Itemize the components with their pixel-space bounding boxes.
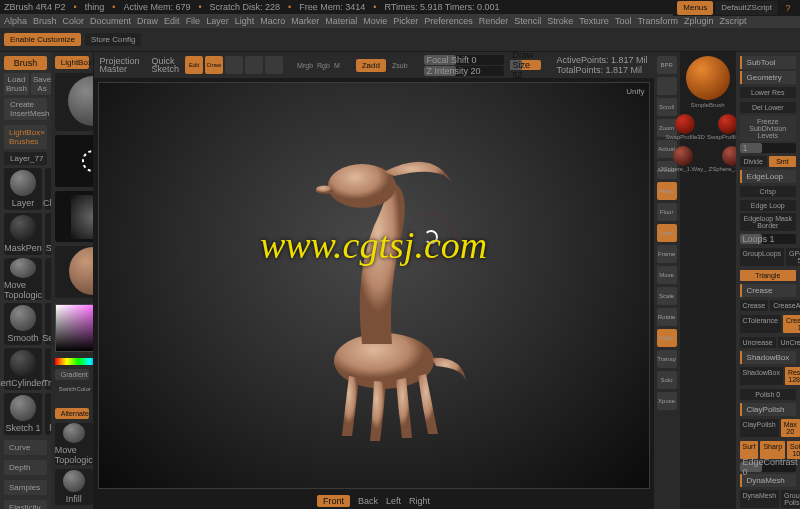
mrgb-button[interactable]: Mrgb [297,62,313,69]
del-lower-button[interactable]: Del Lower [740,102,796,113]
menu-material[interactable]: Material [325,16,357,26]
unify-button[interactable]: Unify [626,87,644,96]
menu-macro[interactable]: Macro [260,16,285,26]
brush-move-topologic[interactable]: Move Topologic [4,258,42,300]
nav-scale-icon[interactable]: Scale [657,287,677,305]
section-depth[interactable]: Depth [4,460,47,475]
nav-move-icon[interactable]: Move [657,266,677,284]
menu-color[interactable]: Color [63,16,85,26]
nav-rotate-icon[interactable]: Rotate [657,308,677,326]
load-brush-button[interactable]: Load Brush [4,73,29,95]
menu-alpha[interactable]: Alpha [4,16,27,26]
rgb-button[interactable]: Rgb [317,62,330,69]
scale-icon[interactable] [245,56,263,74]
hue-bar[interactable] [55,358,94,365]
menu-brush[interactable]: Brush [33,16,57,26]
enable-customize-button[interactable]: Enable Customize [4,33,81,46]
transp-icon[interactable]: Transp [657,350,677,368]
draw-size-slider[interactable]: Draw Size 52 [510,60,541,70]
cp-max-button[interactable]: Max 20 [781,419,800,437]
brush-sketch1[interactable]: Sketch 1 [4,393,42,435]
focal-shift-slider[interactable]: Focal Shift 0 [424,55,504,65]
crease-header[interactable]: Crease [740,284,796,297]
edgeloop-mask-button[interactable]: Edgeloop Mask Border [740,213,796,231]
section-elasticity[interactable]: Elasticity [4,500,47,509]
alternate-button[interactable]: Alternate [55,408,89,419]
brush-standard[interactable]: Standard [45,213,51,255]
view-right-button[interactable]: Right [409,496,430,506]
side-icon-2[interactable] [657,77,677,95]
lightbox-brushes-label[interactable]: LightBox» Brushes [4,125,47,149]
brush-transpose[interactable]: Transpose [45,348,51,390]
brush-move[interactable]: Move [45,258,51,300]
gradient-button[interactable]: Gradient [55,369,89,380]
grouploops-button[interactable]: GroupLoops [740,248,785,266]
menu-file[interactable]: File [186,16,201,26]
view-left-button[interactable]: Left [386,496,401,506]
shadowbox-header[interactable]: ShadowBox [740,351,796,364]
uncreaseall-button[interactable]: UnCreaseAll [778,337,800,348]
color-picker[interactable] [55,304,94,352]
menu-transform[interactable]: Transform [637,16,678,26]
tray-brush-infill[interactable]: Infill [55,469,93,505]
menu-zscript[interactable]: Zscript [720,16,747,26]
brush-layer[interactable]: Layer [4,168,42,210]
store-config-button[interactable]: Store Config [85,33,141,46]
bpr-icon[interactable]: BPR [657,56,677,74]
menu-zplugin[interactable]: Zplugin [684,16,714,26]
projection-master-button[interactable]: ProjectionMaster [100,57,140,73]
swapprofile-a-thumb[interactable] [675,114,695,134]
edit-icon[interactable]: Edit [185,56,203,74]
brush-maskpen[interactable]: MaskPen [4,213,42,255]
section-samples[interactable]: Samples [4,480,47,495]
simplebrush-thumb[interactable] [686,56,730,100]
geometry-header[interactable]: Geometry [740,71,796,84]
menu-render[interactable]: Render [479,16,509,26]
sb-res-button[interactable]: Res 128 [785,367,800,385]
group-polish-button[interactable]: Group Polish [781,490,800,508]
divide-button[interactable]: Divide [740,156,767,167]
edgecontrast-slider[interactable]: EdgeContrast 0 [740,462,796,472]
edgeloop-header[interactable]: EdgeLoop [740,170,796,183]
gpolish-button[interactable]: GPolish 50 [786,248,800,266]
solo-icon[interactable]: Solo [657,371,677,389]
layer-slider[interactable]: Layer_77 [4,152,47,165]
smt-button[interactable]: Smt [769,156,796,167]
xpose-icon[interactable]: Xpose [657,392,677,410]
help-icon[interactable]: ? [780,1,796,15]
create-insertmesh-button[interactable]: Create InsertMesh [4,98,47,120]
brush-hpolish[interactable]: hPolish [45,393,51,435]
menu-texture[interactable]: Texture [579,16,609,26]
loops-slider[interactable]: Loops 1 [740,234,796,244]
menu-document[interactable]: Document [90,16,131,26]
tray-brush-move-topo[interactable]: Move Topologic [55,423,93,465]
lower-res-button[interactable]: Lower Res [740,87,796,98]
menu-draw[interactable]: Draw [137,16,158,26]
menu-stencil[interactable]: Stencil [514,16,541,26]
floor-icon[interactable]: Floor [657,203,677,221]
brush-clothhook[interactable]: ClothHook [45,168,51,210]
m-button[interactable]: M [334,62,340,69]
dynamesh-button[interactable]: DynaMesh [740,490,779,508]
view-front-button[interactable]: Front [317,495,350,507]
edgeloop-button[interactable]: Edge Loop [740,200,796,211]
crease-button[interactable]: Crease [740,300,769,311]
view-back-button[interactable]: Back [358,496,378,506]
claypolish-button[interactable]: ClayPolish [740,419,779,437]
zadd-button[interactable]: Zadd [356,59,386,72]
polyf-icon[interactable]: PolyF [657,329,677,347]
save-as-button[interactable]: Save As [31,73,51,95]
menu-edit[interactable]: Edit [164,16,180,26]
zsphere-a-thumb[interactable] [673,146,693,166]
sb-polish-button[interactable]: Polish 0 [740,389,796,400]
brush-selectrect[interactable]: SelectRect [45,303,51,345]
brush-smooth[interactable]: Smooth [4,303,42,345]
subdiv-slider[interactable]: 1 [740,143,796,153]
default-zscript-button[interactable]: DefaultZScript [715,1,778,15]
freeze-subdiv-button[interactable]: Freeze SubDivision Levels [740,116,796,141]
menu-layer[interactable]: Layer [206,16,229,26]
triangle-button[interactable]: Triangle [740,270,796,281]
move-icon[interactable] [225,56,243,74]
draw-icon[interactable]: Draw [205,56,223,74]
menu-movie[interactable]: Movie [363,16,387,26]
